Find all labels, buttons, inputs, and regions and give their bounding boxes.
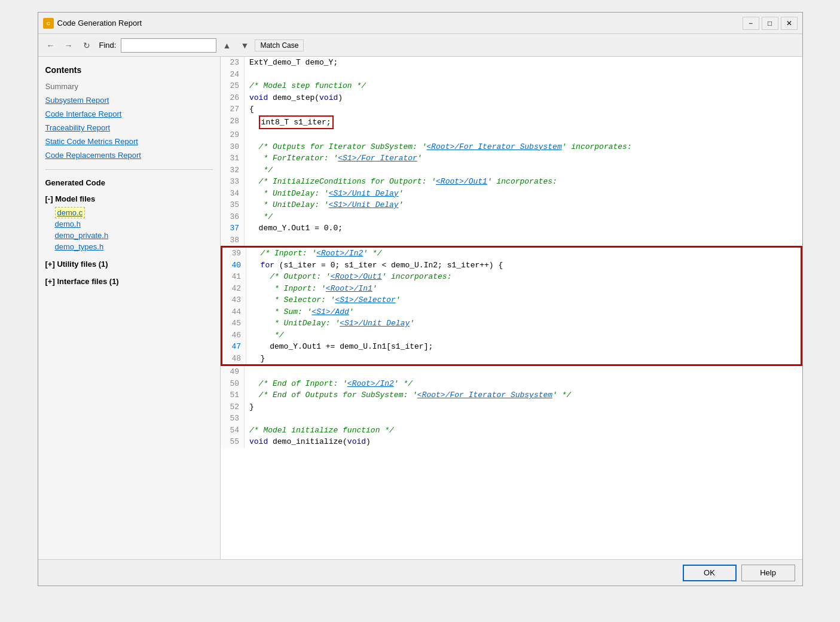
line-code: {: [245, 103, 802, 115]
maximize-button[interactable]: □: [762, 17, 778, 30]
line-number: 27: [221, 103, 245, 115]
line-link[interactable]: 37: [230, 224, 239, 233]
utility-files-toggle[interactable]: [+]: [45, 260, 55, 269]
code-link[interactable]: <S1>/Selector: [335, 295, 395, 304]
line-number: 42: [222, 283, 246, 295]
line-number: 39: [222, 248, 246, 260]
line-code: /* InitializeConditions for Outport: '<R…: [245, 176, 802, 188]
line-number: 30: [221, 141, 245, 153]
line-code: /* Outputs for Iterator SubSystem: '<Roo…: [245, 141, 802, 153]
file-link-demo-private-h[interactable]: demo_private.h: [55, 231, 109, 240]
line-number: 51: [221, 389, 245, 401]
table-row: 28 int8_T s1_iter;: [221, 115, 802, 130]
sidebar-item-traceability-report[interactable]: Traceability Report: [45, 122, 213, 133]
line-number: 37: [221, 222, 245, 234]
code-table-after: 49 50 /* End of Inport: '<Root>/In2' */ …: [221, 366, 802, 448]
table-row: 44 * Sum: '<S1>/Add': [222, 306, 801, 318]
table-row: 54 /* Model initialize function */: [221, 425, 802, 437]
line-code: * Sum: '<S1>/Add': [246, 306, 801, 318]
line-number: 48: [222, 353, 246, 365]
line-number: 53: [221, 413, 245, 425]
line-number: 24: [221, 69, 245, 81]
table-row: 35 * UnitDelay: '<S1>/Unit Delay': [221, 199, 802, 211]
sidebar: Contents Summary Subsystem Report Code I…: [38, 57, 221, 559]
file-link-demo-c[interactable]: demo.c: [55, 207, 85, 218]
code-link[interactable]: <Root>/In1: [326, 284, 372, 293]
sidebar-item-code-replacements[interactable]: Code Replacements Report: [45, 150, 213, 161]
code-link[interactable]: <S1>/Unit Delay: [340, 319, 410, 328]
file-link-demo-types-h[interactable]: demo_types.h: [55, 242, 104, 251]
model-files-list: demo.c demo.h demo_private.h demo_types.…: [45, 207, 213, 252]
sidebar-item-static-code-metrics[interactable]: Static Code Metrics Report: [45, 136, 213, 147]
line-number: 33: [221, 176, 245, 188]
close-button[interactable]: ✕: [781, 17, 798, 30]
line-code: /* End of Outputs for SubSystem: '<Root>…: [245, 389, 802, 401]
title-bar: C Code Generation Report − □ ✕: [38, 13, 802, 34]
code-link[interactable]: <S1>/Unit Delay: [329, 189, 399, 198]
table-row: 34 * UnitDelay: '<S1>/Unit Delay': [221, 188, 802, 200]
line-number: 45: [222, 318, 246, 330]
table-row: 47 demo_Y.Out1 += demo_U.In1[s1_iter];: [222, 341, 801, 353]
forward-button[interactable]: →: [61, 38, 77, 53]
red-block-table: 39 /* Inport: '<Root>/In2' */ 40 for (s1…: [222, 248, 801, 364]
table-row: 26 void demo_step(void): [221, 92, 802, 104]
line-code: /* Model step function */: [245, 80, 802, 92]
code-link[interactable]: <Root>/Out1: [331, 272, 382, 281]
line-code: * UnitDelay: '<S1>/Unit Delay': [246, 318, 801, 330]
line-code: */: [245, 164, 802, 176]
line-number: 55: [221, 436, 245, 448]
interface-files-toggle[interactable]: [+]: [45, 277, 55, 286]
table-row: 42 * Inport: '<Root>/In1': [222, 283, 801, 295]
table-row: 51 /* End of Outputs for SubSystem: '<Ro…: [221, 389, 802, 401]
find-prev-button[interactable]: ▲: [219, 38, 234, 53]
line-code: [245, 366, 802, 378]
find-next-button[interactable]: ▼: [237, 38, 252, 53]
code-link[interactable]: <Root>/In2: [316, 249, 363, 258]
code-link[interactable]: <Root>/For Iterator Subsystem: [417, 391, 552, 400]
code-link[interactable]: <S1>/Add: [311, 307, 349, 316]
line-number: 36: [221, 211, 245, 223]
help-button[interactable]: Help: [741, 565, 795, 581]
code-link[interactable]: <Root>/In2: [347, 379, 394, 388]
ok-button[interactable]: OK: [683, 565, 737, 581]
file-link-demo-h[interactable]: demo.h: [55, 219, 81, 228]
sidebar-item-summary[interactable]: Summary: [45, 81, 213, 92]
utility-files-heading: Utility files (1): [57, 260, 108, 269]
line-number: 29: [221, 129, 245, 141]
line-code: */: [246, 330, 801, 342]
table-row: 48 }: [222, 353, 801, 365]
line-code: void demo_step(void): [245, 92, 802, 104]
contents-heading: Contents: [45, 65, 213, 75]
interface-files-heading: Interface files (1): [57, 277, 118, 286]
model-files-group: [-] Model files: [45, 193, 213, 205]
line-code: * UnitDelay: '<S1>/Unit Delay': [245, 188, 802, 200]
sidebar-item-subsystem-report[interactable]: Subsystem Report: [45, 94, 213, 106]
find-input[interactable]: [121, 38, 216, 53]
code-content[interactable]: 23 ExtY_demo_T demo_Y; 24 25 /* Model st…: [221, 57, 802, 559]
back-button[interactable]: ←: [43, 38, 59, 53]
svg-text:C: C: [47, 21, 50, 26]
table-row: 46 */: [222, 330, 801, 342]
table-row: 25 /* Model step function */: [221, 80, 802, 92]
model-files-heading: Model files: [55, 194, 95, 203]
code-table: 23 ExtY_demo_T demo_Y; 24 25 /* Model st…: [221, 57, 802, 246]
line-link[interactable]: 47: [231, 342, 241, 351]
line-number: 25: [221, 80, 245, 92]
match-case-button[interactable]: Match Case: [255, 39, 304, 51]
minimize-button[interactable]: −: [743, 17, 759, 30]
table-row: 40 for (s1_iter = 0; s1_iter < demo_U.In…: [222, 260, 801, 272]
line-code: int8_T s1_iter;: [245, 115, 802, 130]
code-link[interactable]: <Root>/Out1: [436, 177, 487, 186]
code-link[interactable]: <S1>/For Iterator: [338, 154, 417, 163]
code-link[interactable]: <Root>/For Iterator Subsystem: [426, 142, 561, 151]
line-link[interactable]: 40: [231, 261, 241, 270]
line-number: 28: [221, 115, 245, 130]
line-number: 34: [221, 188, 245, 200]
table-row: 43 * Selector: '<S1>/Selector': [222, 294, 801, 306]
line-number: 23: [221, 57, 245, 69]
code-link[interactable]: <S1>/Unit Delay: [329, 200, 399, 209]
refresh-button[interactable]: ↻: [79, 38, 94, 53]
line-code: * Inport: '<Root>/In1': [246, 283, 801, 295]
model-files-toggle[interactable]: [-]: [45, 194, 53, 203]
sidebar-item-code-interface-report[interactable]: Code Interface Report: [45, 108, 213, 120]
